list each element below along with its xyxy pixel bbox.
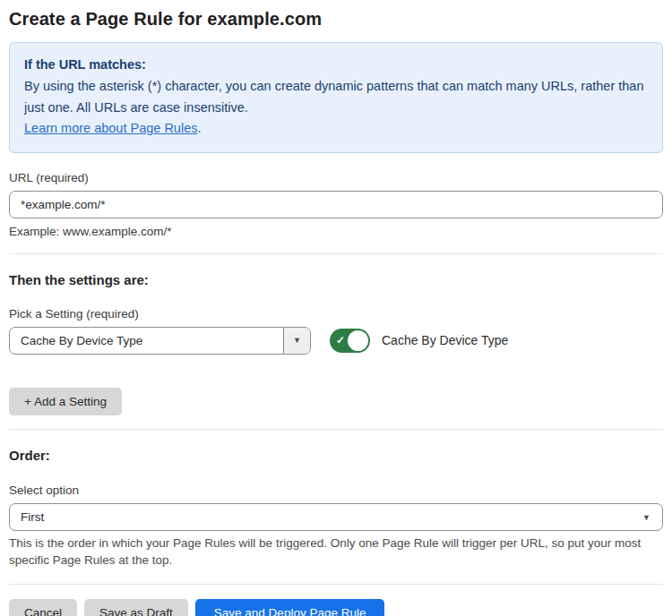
order-select-label: Select option	[9, 483, 663, 497]
page-title: Create a Page Rule for example.com	[9, 9, 663, 30]
url-input[interactable]	[9, 191, 663, 218]
save-deploy-button[interactable]: Save and Deploy Page Rule	[195, 599, 385, 616]
cancel-button[interactable]: Cancel	[9, 599, 77, 616]
page-rule-form: Create a Page Rule for example.com If th…	[0, 0, 672, 616]
chevron-down-icon: ▼	[642, 513, 662, 522]
setting-select-value: Cache By Device Type	[10, 334, 283, 347]
settings-section-heading: Then the settings are:	[9, 272, 663, 287]
learn-more-link[interactable]: Learn more about Page Rules	[24, 121, 197, 135]
order-select-wrap: First ▼	[9, 503, 663, 531]
chevron-down-icon[interactable]: ▼	[283, 328, 310, 354]
divider	[9, 429, 663, 430]
link-suffix: .	[197, 121, 201, 135]
url-match-info-box: If the URL matches: By using the asteris…	[9, 42, 663, 153]
url-field-helper: Example: www.example.com/*	[9, 225, 663, 238]
order-section-heading: Order:	[9, 448, 663, 463]
info-box-heading: If the URL matches:	[24, 55, 648, 75]
divider	[9, 253, 663, 254]
check-icon: ✓	[336, 335, 345, 346]
info-box-link-line: Learn more about Page Rules.	[24, 118, 648, 139]
setting-row: Cache By Device Type ▼ ✓ Cache By Device…	[9, 327, 663, 355]
order-helper-text: This is the order in which your Page Rul…	[9, 535, 647, 569]
setting-picker-label: Pick a Setting (required)	[9, 307, 663, 321]
caret-glyph: ▼	[293, 336, 301, 345]
save-draft-button[interactable]: Save as Draft	[84, 599, 188, 616]
divider	[9, 584, 663, 585]
url-field-label: URL (required)	[9, 171, 663, 184]
toggle-knob	[348, 330, 368, 351]
order-select[interactable]: First ▼	[9, 503, 663, 531]
toggle-label: Cache By Device Type	[382, 333, 508, 347]
footer-actions: Cancel Save as Draft Save and Deploy Pag…	[9, 599, 663, 616]
cache-device-toggle[interactable]: ✓	[330, 329, 370, 353]
add-setting-button[interactable]: + Add a Setting	[9, 388, 122, 416]
info-box-body: By using the asterisk (*) character, you…	[24, 76, 648, 118]
order-select-value: First	[10, 510, 642, 524]
setting-select[interactable]: Cache By Device Type ▼	[9, 327, 311, 355]
info-box-body-text: By using the asterisk (*) character, you…	[24, 79, 644, 114]
